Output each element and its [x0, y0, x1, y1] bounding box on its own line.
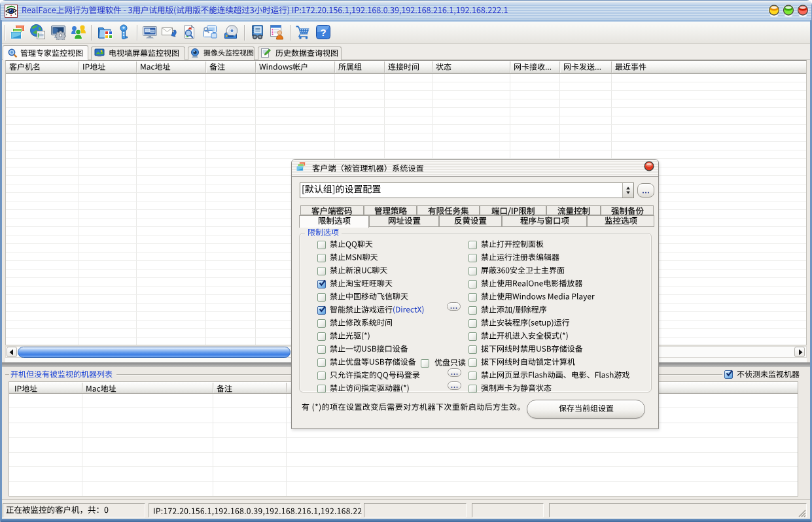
svg-text:?: ? [320, 27, 326, 38]
